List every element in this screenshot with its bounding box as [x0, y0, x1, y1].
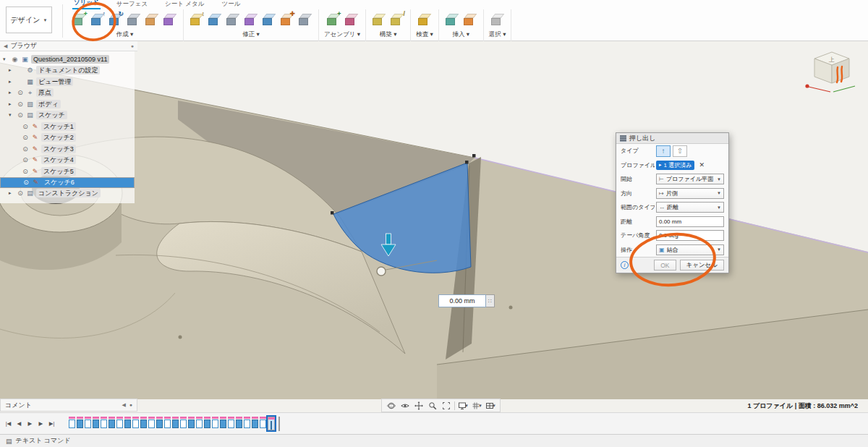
expand-caret-icon[interactable]: ▸	[9, 67, 14, 73]
toolbar-group-label-create[interactable]: 作成 ▾	[116, 30, 134, 39]
play-button[interactable]: ▶	[25, 420, 35, 427]
browser-item-3[interactable]: ▸⊙⌖原点	[0, 88, 135, 99]
visibility-eye-icon[interactable]: ⊙	[17, 190, 24, 197]
tab-surface[interactable]: サーフェス	[115, 0, 149, 9]
manipulator-origin-grip[interactable]	[377, 267, 386, 276]
timeline-item-sketch-5[interactable]	[101, 417, 108, 430]
browser-item-11[interactable]: ⊙✎スケッチ6	[0, 177, 135, 188]
offset-face-icon[interactable]	[261, 11, 277, 28]
visibility-eye-icon[interactable]: ⊙	[22, 123, 29, 130]
direction-select[interactable]: ↦ 片側 ▼	[656, 188, 724, 199]
collapse-arrow-icon[interactable]: ◀	[4, 43, 7, 49]
timeline-item-extrude-18[interactable]	[204, 417, 211, 430]
visibility-eye-icon[interactable]: ⊙	[22, 156, 29, 163]
distance-dimension-input[interactable]: 0.00 mm	[438, 294, 486, 307]
joint-icon[interactable]	[344, 11, 359, 28]
timeline-item-extrude-22[interactable]	[236, 417, 243, 430]
panel-options-icon[interactable]: ●	[131, 43, 134, 48]
create-sketch-icon[interactable]: +	[72, 11, 88, 28]
dimension-grip-icon[interactable]: ∷	[486, 294, 495, 307]
timeline-item-sketch-23[interactable]	[244, 417, 251, 430]
extrude-type-thin-button[interactable]: ⇧	[673, 145, 687, 157]
timeline-item-sketch-25[interactable]	[260, 417, 267, 430]
extent-type-select[interactable]: ↔ 距離 ▼	[656, 202, 724, 213]
fillet-icon[interactable]	[207, 11, 223, 28]
timeline-item-sketch-19[interactable]	[212, 417, 219, 430]
operation-select[interactable]: ▣ 結合 ▼	[656, 244, 724, 255]
pan-icon[interactable]	[412, 399, 425, 412]
browser-item-5[interactable]: ▾⊙▤スケッチ	[0, 110, 135, 122]
distance-dimension-box[interactable]: 0.00 mm ∷	[438, 294, 495, 307]
visibility-eye-icon[interactable]: ⊙	[22, 145, 29, 153]
viewports-icon[interactable]: ▼	[484, 399, 498, 412]
pattern-icon[interactable]	[162, 11, 178, 28]
press-pull-icon[interactable]: ↕	[189, 11, 205, 28]
timeline-item-extrude-10[interactable]	[140, 417, 148, 430]
timeline-item-extrude-8[interactable]	[124, 417, 132, 430]
offset-plane-icon[interactable]	[371, 11, 387, 28]
timeline-position-marker[interactable]	[278, 417, 282, 431]
timeline-item-sketch-11[interactable]	[148, 417, 156, 430]
clear-selection-button[interactable]: ✕	[699, 161, 705, 169]
timeline-item-sketch-13[interactable]	[164, 417, 171, 430]
browser-item-6[interactable]: ⊙✎スケッチ1	[0, 121, 135, 132]
tab-solid[interactable]: ソリッド	[72, 0, 101, 9]
start-select[interactable]: ⊢ プロファイル平面 ▼	[656, 174, 724, 184]
fit-icon[interactable]	[439, 399, 453, 412]
timeline-item-sketch-7[interactable]	[116, 417, 124, 430]
timeline-item-extrude-24[interactable]	[252, 417, 259, 430]
browser-item-4[interactable]: ▸⊙▧ボディ	[0, 98, 135, 110]
go-to-start-button[interactable]: |◀	[4, 420, 13, 427]
expand-caret-icon[interactable]: ▾	[9, 112, 14, 118]
browser-item-10[interactable]: ⊙✎スケッチ5	[0, 166, 135, 177]
look-at-icon[interactable]	[398, 399, 412, 412]
visibility-eye-icon[interactable]: ⊙	[17, 89, 24, 96]
expand-caret-icon[interactable]: ▾	[3, 56, 9, 62]
collapse-arrow-icon[interactable]: ◀	[122, 402, 125, 408]
ok-button[interactable]: OK	[654, 260, 676, 271]
zoom-icon[interactable]	[425, 399, 439, 412]
revolve-icon[interactable]: ↻	[108, 11, 124, 28]
browser-item-2[interactable]: ▸▦ビュー管理	[0, 76, 135, 88]
comment-bar[interactable]: コメント ◀ ●	[0, 399, 137, 412]
expand-caret-icon[interactable]: ▸	[9, 79, 14, 85]
toolbar-group-label-inspect[interactable]: 検査 ▾	[416, 30, 433, 39]
new-component-icon[interactable]: +	[326, 11, 341, 28]
combine-icon[interactable]	[243, 11, 259, 28]
insert-canvas-icon[interactable]	[444, 11, 460, 28]
timeline-item-extrude-2[interactable]	[77, 417, 84, 430]
select-icon[interactable]	[490, 11, 506, 28]
timeline-item-extrude-14[interactable]	[172, 417, 179, 430]
info-icon[interactable]: i	[621, 261, 629, 269]
distance-input[interactable]: 0.00 mm	[656, 216, 724, 227]
timeline-item-extrude-4[interactable]	[93, 417, 100, 430]
workspace-switcher-button[interactable]: デザイン ▼	[6, 7, 52, 33]
expand-caret-icon[interactable]: ▸	[9, 90, 14, 95]
step-forward-button[interactable]: ▶	[36, 420, 46, 427]
visibility-eye-icon[interactable]: ⊙	[22, 134, 29, 141]
timeline-item-sketch-9[interactable]	[132, 417, 140, 430]
active-component-radio-icon[interactable]: ◉	[11, 56, 19, 63]
move-copy-icon[interactable]: ✚	[279, 11, 295, 28]
browser-item-7[interactable]: ⊙✎スケッチ2	[0, 132, 135, 144]
browser-panel-header[interactable]: ◀ ブラウザ ●	[0, 41, 137, 51]
expand-caret-icon[interactable]: ▸	[9, 101, 14, 107]
visibility-eye-icon[interactable]: ⊙	[22, 168, 29, 175]
browser-item-document[interactable]: ▾◉▣Question4_20210509 v11	[0, 54, 135, 65]
profile-selection-badge[interactable]: ▸ 1 選択済み	[656, 161, 694, 170]
cancel-button[interactable]: キャンセル	[680, 260, 725, 271]
browser-item-1[interactable]: ▸⚙ドキュメントの設定	[0, 65, 135, 77]
step-back-button[interactable]: ◀	[14, 420, 24, 427]
toolbar-group-label-assemble[interactable]: アセンブリ ▾	[324, 30, 360, 39]
view-cube[interactable]: 上	[799, 44, 859, 96]
timeline-item-sketch-15[interactable]	[180, 417, 187, 430]
sweep-icon[interactable]	[126, 11, 142, 28]
browser-item-8[interactable]: ⊙✎スケッチ3	[0, 143, 135, 155]
shell-icon[interactable]	[225, 11, 241, 28]
timeline-item-extrude-26[interactable]	[268, 417, 275, 430]
tab-tools[interactable]: ツール	[220, 0, 242, 9]
timeline-item-extrude-6[interactable]	[109, 417, 116, 430]
timeline-item-extrude-16[interactable]	[188, 417, 195, 430]
timeline-item-sketch-1[interactable]	[69, 417, 76, 430]
dialog-header[interactable]: 押し出し	[616, 133, 728, 144]
